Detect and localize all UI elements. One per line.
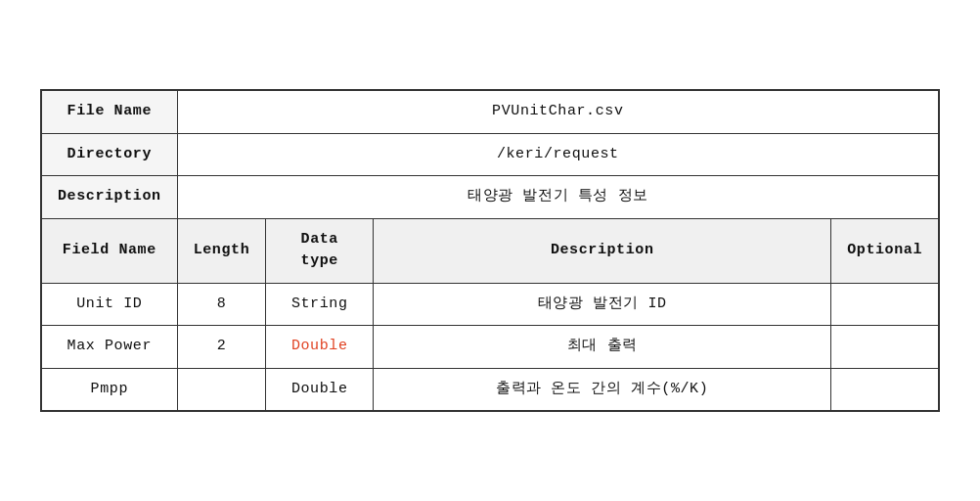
main-table-wrapper: File Name PVUnitChar.csv Directory /keri… <box>40 89 940 412</box>
data-table: File Name PVUnitChar.csv Directory /keri… <box>41 90 939 411</box>
col-field-name: Field Name <box>42 218 178 283</box>
cell-description: 태양광 발전기 ID <box>374 283 831 326</box>
description-label: Description <box>42 176 178 219</box>
directory-row: Directory /keri/request <box>42 133 939 176</box>
cell-field-name: Pmpp <box>42 368 178 411</box>
col-optional: Optional <box>831 218 939 283</box>
cell-length <box>177 368 266 411</box>
cell-length: 8 <box>177 283 266 326</box>
col-data-type: Data type <box>266 218 374 283</box>
column-header-row: Field Name Length Data type Description … <box>42 218 939 283</box>
cell-description: 출력과 온도 간의 계수(%/K) <box>374 368 831 411</box>
description-row: Description 태양광 발전기 특성 정보 <box>42 176 939 219</box>
cell-optional <box>831 283 939 326</box>
table-row: Max Power2Double최대 출력 <box>42 326 939 369</box>
cell-data-type: Double <box>266 368 374 411</box>
directory-value: /keri/request <box>177 133 938 176</box>
cell-optional <box>831 368 939 411</box>
cell-optional <box>831 326 939 369</box>
cell-length: 2 <box>177 326 266 369</box>
file-name-value: PVUnitChar.csv <box>177 91 938 134</box>
cell-data-type: String <box>266 283 374 326</box>
file-name-row: File Name PVUnitChar.csv <box>42 91 939 134</box>
cell-field-name: Max Power <box>42 326 178 369</box>
table-row: PmppDouble출력과 온도 간의 계수(%/K) <box>42 368 939 411</box>
cell-data-type: Double <box>266 326 374 369</box>
col-description: Description <box>374 218 831 283</box>
cell-field-name: Unit ID <box>42 283 178 326</box>
file-name-label: File Name <box>42 91 178 134</box>
cell-description: 최대 출력 <box>374 326 831 369</box>
description-value: 태양광 발전기 특성 정보 <box>177 176 938 219</box>
directory-label: Directory <box>42 133 178 176</box>
col-length: Length <box>177 218 266 283</box>
table-row: Unit ID8String태양광 발전기 ID <box>42 283 939 326</box>
